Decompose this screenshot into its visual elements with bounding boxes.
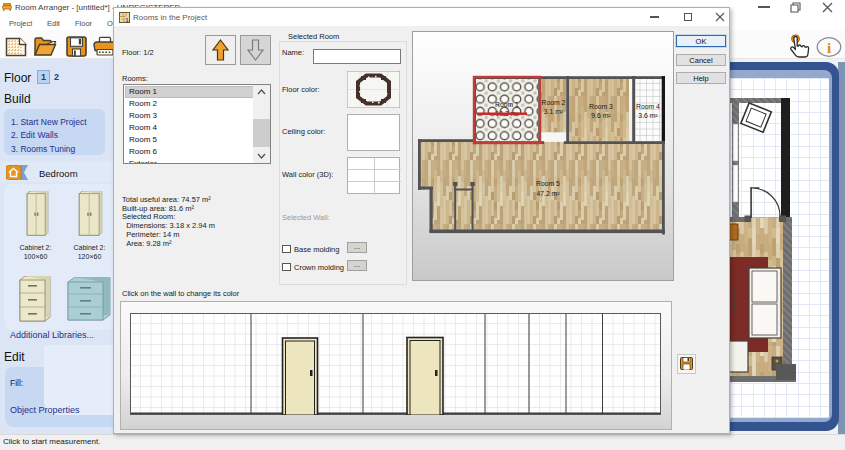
svg-text:Room 4: Room 4 [636, 103, 660, 110]
svg-text:Room 3: Room 3 [589, 103, 613, 110]
svg-text:3.6 m²: 3.6 m² [638, 112, 658, 119]
svg-text:9.6 m²: 9.6 m² [591, 112, 611, 119]
svg-text:47.2 m²: 47.2 m² [536, 190, 560, 197]
svg-text:i: i [827, 40, 831, 56]
svg-text:3.1 m²: 3.1 m² [544, 108, 564, 115]
svg-text:Room 2: Room 2 [542, 99, 566, 106]
svg-text:Room 5: Room 5 [536, 180, 560, 187]
svg-text:Room 1: Room 1 [495, 101, 519, 108]
